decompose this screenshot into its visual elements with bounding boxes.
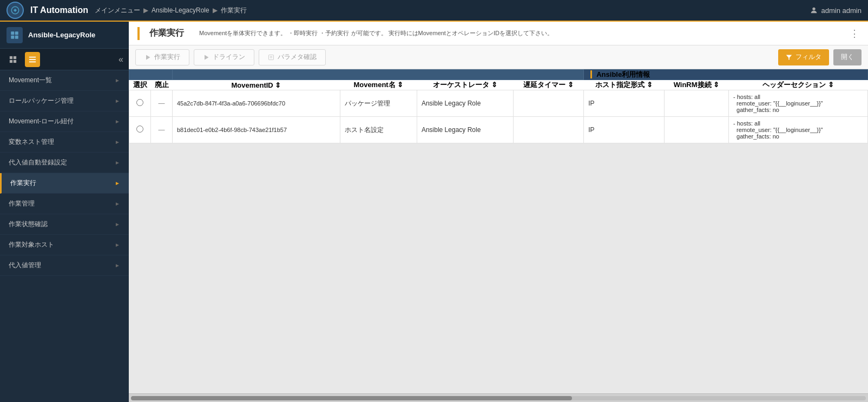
sort-icon: ⇕ <box>491 81 497 89</box>
breadcrumb-module[interactable]: Ansible-LegacyRole <box>152 6 209 14</box>
col-header-section[interactable]: ヘッダーセクション ⇕ <box>728 80 867 90</box>
svg-rect-8 <box>10 60 12 62</box>
svg-rect-11 <box>29 59 36 60</box>
sidebar-app-name: Ansible-LegacyRole <box>28 31 95 39</box>
toolbar: 作業実行 ドライラン パラメタ確認 フィルタ 開く <box>129 45 868 69</box>
chevron-right-icon: ► <box>115 242 120 248</box>
chevron-right-icon: ► <box>115 221 120 227</box>
breadcrumb-sep2: ▶ <box>213 6 218 14</box>
table-group-header-row: Ansible利用情報 <box>129 70 868 80</box>
svg-rect-6 <box>10 56 12 58</box>
sidebar-item-task-exec[interactable]: 作業実行 ► <box>0 173 129 194</box>
row-movement-id-2: b81dec01-e0b2-4b6f-98cb-743ae21f1b57 <box>173 117 340 143</box>
table-row: — 45a2c7db-847f-4f3a-a0a6-706696bfdc70 パ… <box>129 90 868 117</box>
svg-rect-10 <box>29 56 36 57</box>
breadcrumb: メインメニュー ▶ Ansible-LegacyRole ▶ 作業実行 <box>95 6 803 15</box>
chevron-right-icon: ► <box>115 201 120 207</box>
svg-rect-3 <box>15 31 18 35</box>
row-host-format-1: IP <box>584 90 665 117</box>
more-options-icon[interactable]: ⋮ <box>850 28 859 39</box>
chevron-right-icon: ► <box>115 180 120 186</box>
sidebar-item-movement-list[interactable]: Movement一覧 ► <box>0 70 129 91</box>
svg-rect-9 <box>14 60 16 62</box>
svg-marker-14 <box>205 55 209 60</box>
chevron-right-icon: ► <box>115 118 120 124</box>
sidebar: Ansible-LegacyRole « Movement一覧 ► ロールパッケ… <box>0 22 129 402</box>
main-content: 作業実行 Movementを単体実行できます。 ・即時実行 ・予約実行 が可能で… <box>129 22 868 402</box>
row-radio-1[interactable] <box>136 99 143 106</box>
open-button[interactable]: 開く <box>833 49 862 65</box>
row-movement-name-2: ホスト名設定 <box>340 117 417 143</box>
data-table: Ansible利用情報 選択 廃止 MovementID ⇕ Movement名… <box>129 69 868 143</box>
svg-rect-15 <box>269 55 274 60</box>
chevron-right-icon: ► <box>115 139 120 145</box>
sidebar-item-task-status[interactable]: 作業状態確認 ► <box>0 214 129 235</box>
row-discard-1: — <box>151 90 173 117</box>
page-title-bar <box>137 27 140 40</box>
row-host-format-2: IP <box>584 117 665 143</box>
row-movement-name-1: パッケージ管理 <box>340 90 417 117</box>
table-row: — b81dec01-e0b2-4b6f-98cb-743ae21f1b57 ホ… <box>129 117 868 143</box>
col-movement-id[interactable]: MovementID ⇕ <box>173 80 340 90</box>
sidebar-item-role-package[interactable]: ロールパッケージ管理 ► <box>0 91 129 111</box>
sort-icon: ⇕ <box>647 81 653 89</box>
sidebar-header: Ansible-LegacyRole <box>0 22 129 49</box>
table-header-row: 選択 廃止 MovementID ⇕ Movement名 ⇕ オーケストレータ … <box>129 80 868 90</box>
col-host-format[interactable]: ホスト指定形式 ⇕ <box>584 80 665 90</box>
breadcrumb-home[interactable]: メインメニュー <box>95 6 140 15</box>
filter-button[interactable]: フィルタ <box>778 49 829 65</box>
row-movement-id-1: 45a2c7db-847f-4f3a-a0a6-706696bfdc70 <box>173 90 340 117</box>
sidebar-app-icon <box>6 27 23 43</box>
chevron-right-icon: ► <box>115 77 120 83</box>
sort-icon: ⇕ <box>713 81 719 89</box>
page-description: Movementを単体実行できます。 ・即時実行 ・予約実行 が可能です。 実行… <box>199 29 843 37</box>
sidebar-icon-bar: « <box>0 49 129 70</box>
sidebar-item-movement-role[interactable]: Movement-ロール紐付 ► <box>0 111 129 132</box>
col-discard: 廃止 <box>151 80 173 90</box>
col-movement-name[interactable]: Movement名 ⇕ <box>340 80 417 90</box>
col-delay-timer[interactable]: 遅延タイマー ⇕ <box>513 80 583 90</box>
sidebar-grid-icon[interactable] <box>5 52 21 67</box>
app-title: IT Automation <box>30 5 88 15</box>
chevron-right-icon: ► <box>115 98 120 104</box>
sidebar-item-substitute-mgmt[interactable]: 代入値管理 ► <box>0 255 129 276</box>
sidebar-item-auto-register[interactable]: 代入値自動登録設定 ► <box>0 153 129 173</box>
svg-point-1 <box>812 8 815 10</box>
dry-run-button[interactable]: ドライラン <box>194 49 254 65</box>
svg-marker-18 <box>786 55 792 60</box>
col-orchestrator[interactable]: オーケストレータ ⇕ <box>417 80 513 90</box>
ansible-info-group-header: Ansible利用情報 <box>584 70 868 80</box>
username: admin admin <box>821 6 862 15</box>
row-select-cell[interactable] <box>129 90 151 117</box>
svg-rect-7 <box>14 56 16 58</box>
sidebar-list-icon[interactable] <box>25 52 40 67</box>
row-delay-timer-2 <box>513 117 583 143</box>
param-confirm-button[interactable]: パラメタ確認 <box>259 49 326 65</box>
sidebar-item-variable-nest[interactable]: 変数ネスト管理 ► <box>0 132 129 153</box>
sidebar-item-task-mgmt[interactable]: 作業管理 ► <box>0 194 129 214</box>
col-winrm[interactable]: WinRM接続 ⇕ <box>664 80 728 90</box>
scroll-thumb[interactable] <box>131 396 572 400</box>
page-title: 作業実行 <box>149 28 184 39</box>
table-area: Ansible利用情報 選択 廃止 MovementID ⇕ Movement名… <box>129 69 868 393</box>
sidebar-item-target-host[interactable]: 作業対象ホスト ► <box>0 235 129 255</box>
scroll-track <box>131 396 866 400</box>
svg-rect-2 <box>11 31 14 35</box>
chevron-right-icon: ► <box>115 160 120 166</box>
breadcrumb-current: 作業実行 <box>221 6 247 15</box>
main-layout: Ansible-LegacyRole « Movement一覧 ► ロールパッケ… <box>0 22 868 402</box>
row-winrm-1 <box>664 90 728 117</box>
row-header-section-2: - hosts: all remote_user: "{{__loginuser… <box>728 117 867 143</box>
sidebar-collapse-btn[interactable]: « <box>119 55 123 64</box>
row-winrm-2 <box>664 117 728 143</box>
col-select: 選択 <box>129 80 151 90</box>
sort-icon: ⇕ <box>275 81 281 89</box>
task-exec-button[interactable]: 作業実行 <box>135 49 189 65</box>
row-select-cell[interactable] <box>129 117 151 143</box>
horizontal-scrollbar[interactable] <box>129 393 868 402</box>
row-delay-timer-1 <box>513 90 583 117</box>
row-orchestrator-2: Ansible Legacy Role <box>417 117 513 143</box>
svg-marker-13 <box>146 55 150 60</box>
row-header-section-1: - hosts: all remote_user: "{{__loginuser… <box>728 90 867 117</box>
row-radio-2[interactable] <box>136 126 143 133</box>
